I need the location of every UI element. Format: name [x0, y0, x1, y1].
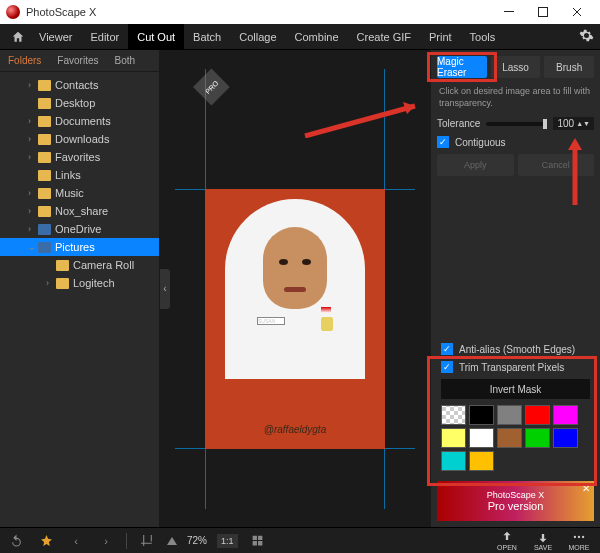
- menu-viewer[interactable]: Viewer: [30, 24, 81, 50]
- sidetab-favorites[interactable]: Favorites: [49, 50, 106, 71]
- menu-tools[interactable]: Tools: [461, 24, 505, 50]
- canvas-area[interactable]: ‹ PRO SUSAN @raffaeldygta: [160, 50, 430, 527]
- trim-label: Trim Transparent Pixels: [459, 362, 564, 373]
- tree-item-downloads[interactable]: ›Downloads: [0, 130, 159, 148]
- name-tag: SUSAN: [257, 317, 285, 325]
- swatch[interactable]: [497, 428, 522, 448]
- save-button[interactable]: SAVE: [528, 530, 558, 551]
- more-button[interactable]: MORE: [564, 530, 594, 551]
- svg-rect-0: [504, 11, 514, 12]
- swatch[interactable]: [525, 428, 550, 448]
- app-icon: [6, 5, 20, 19]
- cancel-button[interactable]: Cancel: [518, 154, 595, 176]
- tree-item-music[interactable]: ›Music: [0, 184, 159, 202]
- menu-cutout[interactable]: Cut Out: [128, 24, 184, 50]
- flag-badge: [321, 307, 331, 313]
- folder-sidebar: Folders Favorites Both ›Contacts Desktop…: [0, 50, 160, 527]
- promo-line1: PhotoScape X: [487, 490, 545, 500]
- tree-item-logitech[interactable]: ›Logitech: [0, 274, 159, 292]
- contiguous-checkbox[interactable]: ✓: [437, 136, 449, 148]
- swatch[interactable]: [497, 405, 522, 425]
- contiguous-label: Contiguous: [455, 137, 506, 148]
- background-swatches: [441, 405, 590, 471]
- apply-button[interactable]: Apply: [437, 154, 514, 176]
- close-button[interactable]: [560, 0, 594, 24]
- tree-item-camera-roll[interactable]: Camera Roll: [0, 256, 159, 274]
- tree-item-pictures[interactable]: ⌄Pictures: [0, 238, 159, 256]
- maximize-button[interactable]: [526, 0, 560, 24]
- swatch[interactable]: [441, 451, 466, 471]
- zoom-value[interactable]: 72%: [187, 535, 207, 546]
- svg-point-2: [574, 536, 576, 538]
- watermark: @raffaeldygta: [264, 424, 326, 435]
- tree-item-favorites[interactable]: ›Favorites: [0, 148, 159, 166]
- menu-combine[interactable]: Combine: [286, 24, 348, 50]
- svg-point-4: [582, 536, 584, 538]
- tree-item-contacts[interactable]: ›Contacts: [0, 76, 159, 94]
- undo-icon[interactable]: [6, 531, 26, 551]
- svg-point-3: [578, 536, 580, 538]
- swatch[interactable]: [469, 428, 494, 448]
- tolerance-slider[interactable]: [486, 122, 547, 126]
- tool-lasso[interactable]: Lasso: [491, 56, 541, 78]
- antialias-checkbox[interactable]: ✓: [441, 343, 453, 355]
- swatch[interactable]: [441, 405, 466, 425]
- favorite-icon[interactable]: [36, 531, 56, 551]
- school-badge: [321, 317, 333, 331]
- open-button[interactable]: OPEN: [492, 530, 522, 551]
- tree-item-desktop[interactable]: Desktop: [0, 94, 159, 112]
- collapse-sidebar-handle[interactable]: ‹: [160, 269, 170, 309]
- settings-button[interactable]: [579, 28, 594, 45]
- next-icon[interactable]: ›: [96, 531, 116, 551]
- zoom-up-icon[interactable]: [167, 537, 177, 545]
- promo-banner[interactable]: ✕ PhotoScape X Pro version: [437, 481, 594, 521]
- swatch[interactable]: [441, 428, 466, 448]
- image-frame: PRO SUSAN @raffaeldygta: [195, 89, 395, 489]
- window-titlebar: PhotoScape X: [0, 0, 600, 24]
- tree-item-nox_share[interactable]: ›Nox_share: [0, 202, 159, 220]
- tolerance-label: Tolerance: [437, 118, 480, 129]
- menu-collage[interactable]: Collage: [230, 24, 285, 50]
- pro-badge: PRO: [193, 68, 230, 105]
- bottom-toolbar: ‹ › 72% 1:1 OPEN SAVE MORE: [0, 527, 600, 553]
- menu-print[interactable]: Print: [420, 24, 461, 50]
- svg-rect-1: [539, 8, 548, 17]
- promo-line2: Pro version: [488, 500, 544, 512]
- swatch[interactable]: [469, 451, 494, 471]
- swatch[interactable]: [553, 428, 578, 448]
- photo: SUSAN: [205, 189, 385, 449]
- menu-creategif[interactable]: Create GIF: [348, 24, 420, 50]
- antialias-label: Anti-alias (Smooth Edges): [459, 344, 575, 355]
- tool-magic-eraser[interactable]: Magic Eraser: [437, 56, 487, 78]
- crop-icon[interactable]: [137, 531, 157, 551]
- home-button[interactable]: [6, 25, 30, 49]
- sidetab-both[interactable]: Both: [106, 50, 143, 71]
- window-title: PhotoScape X: [26, 6, 96, 18]
- tree-item-documents[interactable]: ›Documents: [0, 112, 159, 130]
- tool-panel: Magic Eraser Lasso Brush Click on desire…: [430, 50, 600, 527]
- prev-icon[interactable]: ‹: [66, 531, 86, 551]
- tool-hint: Click on desired image area to fill with…: [437, 84, 594, 111]
- folder-tree[interactable]: ›Contacts Desktop›Documents›Downloads›Fa…: [0, 72, 159, 527]
- grid-icon[interactable]: [248, 531, 268, 551]
- ratio-button[interactable]: 1:1: [217, 534, 238, 548]
- tool-brush[interactable]: Brush: [544, 56, 594, 78]
- swatch[interactable]: [525, 405, 550, 425]
- swatch[interactable]: [469, 405, 494, 425]
- tree-item-links[interactable]: Links: [0, 166, 159, 184]
- trim-checkbox[interactable]: ✓: [441, 361, 453, 373]
- promo-close-icon[interactable]: ✕: [582, 483, 590, 494]
- swatch[interactable]: [553, 405, 578, 425]
- menu-batch[interactable]: Batch: [184, 24, 230, 50]
- sidetab-folders[interactable]: Folders: [0, 50, 49, 71]
- invert-mask-button[interactable]: Invert Mask: [441, 379, 590, 399]
- person-illustration: SUSAN: [225, 199, 365, 379]
- main-menubar: Viewer Editor Cut Out Batch Collage Comb…: [0, 24, 600, 50]
- minimize-button[interactable]: [492, 0, 526, 24]
- tree-item-onedrive[interactable]: ›OneDrive: [0, 220, 159, 238]
- tolerance-value[interactable]: 100▲▼: [553, 117, 594, 130]
- menu-editor[interactable]: Editor: [81, 24, 128, 50]
